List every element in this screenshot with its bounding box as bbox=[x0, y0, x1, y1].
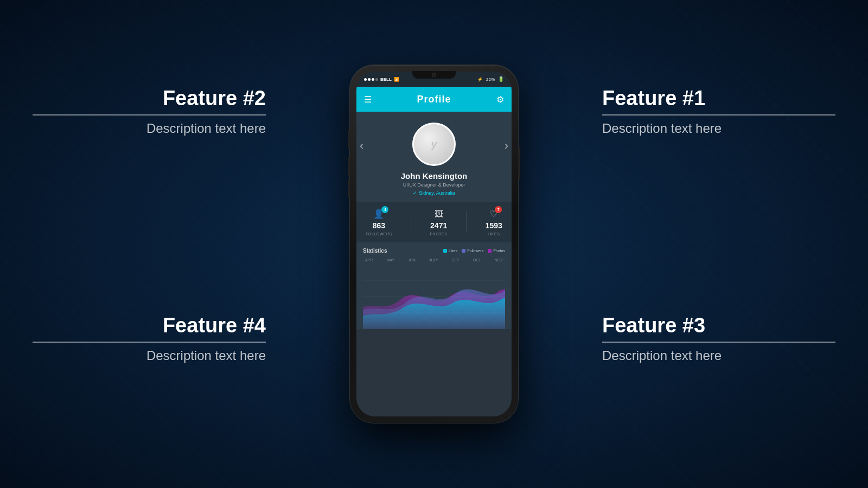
signal-dots bbox=[364, 78, 378, 81]
feature-2-description: Description text here bbox=[33, 121, 266, 136]
legend-photos-dot bbox=[488, 249, 492, 253]
feature-2-panel: Feature #2 Description text here bbox=[33, 87, 266, 136]
feature-1-title: Feature #1 bbox=[602, 87, 835, 110]
months-row: APR MAY JUN JULY SEP OCT NOV bbox=[363, 258, 505, 262]
user-job-title: UI/UX Designer & Developer bbox=[403, 182, 465, 188]
statistics-title: Statistics bbox=[363, 248, 387, 254]
signal-dot-4 bbox=[375, 78, 378, 81]
signal-dot-1 bbox=[364, 78, 367, 81]
likes-icon: ♡ 7 bbox=[490, 209, 497, 219]
stat-divider-2 bbox=[466, 211, 467, 233]
legend-likes-label: Likes bbox=[449, 249, 457, 253]
nav-title: Profile bbox=[417, 94, 451, 105]
feature-2-divider bbox=[33, 114, 266, 115]
bluetooth-icon: ⚡ bbox=[477, 77, 483, 82]
legend-followers-label: Followers bbox=[467, 249, 483, 253]
statistics-legend: Likes Followers Photos bbox=[443, 249, 505, 253]
profile-content: ‹ › y John Kensington UI/UX Designer & D… bbox=[356, 112, 512, 329]
phone-camera bbox=[432, 73, 436, 77]
feature-1-panel: Feature #1 Description text here bbox=[602, 87, 835, 136]
feature-4-title: Feature #4 bbox=[33, 314, 266, 337]
followers-stat[interactable]: 👤 4 863 FOLLOWERS bbox=[366, 209, 392, 236]
feature-3-title: Feature #3 bbox=[602, 314, 835, 337]
month-apr: APR bbox=[365, 258, 373, 262]
photos-stat[interactable]: 🖼 2471 PHOTOS bbox=[430, 209, 447, 236]
feature-1-description: Description text here bbox=[602, 121, 835, 136]
stat-divider-1 bbox=[411, 211, 411, 233]
likes-label: LIKES bbox=[488, 232, 500, 236]
legend-followers: Followers bbox=[462, 249, 483, 253]
wifi-icon: 📶 bbox=[394, 77, 399, 82]
carousel-right-arrow[interactable]: › bbox=[505, 139, 508, 153]
likes-stat[interactable]: ♡ 7 1593 LIKES bbox=[486, 209, 502, 236]
status-right: ⚡ 22% 🔋 bbox=[477, 76, 504, 82]
signal-dot-3 bbox=[372, 78, 374, 81]
user-name: John Kensington bbox=[401, 171, 468, 181]
feature-4-description: Description text here bbox=[33, 348, 266, 363]
month-may: MAY bbox=[387, 258, 395, 262]
nav-bar: ☰ Profile ⚙ bbox=[356, 87, 512, 112]
legend-photos-label: Photos bbox=[493, 249, 505, 253]
photos-icon: 🖼 bbox=[435, 209, 443, 219]
phone-body: BELL 📶 ⚡ 22% 🔋 ☰ Profile ⚙ ‹ › bbox=[350, 65, 518, 423]
feature-4-divider bbox=[33, 342, 266, 343]
followers-label: FOLLOWERS bbox=[366, 232, 392, 236]
followers-icon: 👤 4 bbox=[373, 209, 384, 219]
statistics-chart-svg bbox=[363, 264, 505, 329]
image-icon: 🖼 bbox=[435, 209, 443, 219]
statistics-section: Statistics Likes Followers bbox=[356, 242, 512, 329]
month-nov: NOV bbox=[495, 258, 503, 262]
month-oct: OCT bbox=[473, 258, 481, 262]
legend-likes-dot bbox=[443, 249, 447, 253]
feature-2-title: Feature #2 bbox=[33, 87, 266, 110]
location-text: Sidney, Australia bbox=[419, 190, 455, 196]
followers-badge: 4 bbox=[381, 206, 388, 213]
avatar: y bbox=[412, 123, 456, 166]
phone-screen: BELL 📶 ⚡ 22% 🔋 ☰ Profile ⚙ ‹ › bbox=[356, 72, 512, 416]
wave-chart bbox=[363, 264, 505, 329]
month-sep: SEP bbox=[452, 258, 459, 262]
photos-count: 2471 bbox=[430, 221, 447, 230]
settings-icon[interactable]: ⚙ bbox=[496, 94, 504, 105]
month-july: JULY bbox=[429, 258, 438, 262]
followers-count: 863 bbox=[373, 221, 385, 230]
photos-label: PHOTOS bbox=[430, 232, 447, 236]
feature-3-description: Description text here bbox=[602, 348, 835, 363]
legend-followers-dot bbox=[462, 249, 465, 253]
avatar-watermark: y bbox=[431, 138, 437, 151]
legend-likes: Likes bbox=[443, 249, 457, 253]
status-left: BELL 📶 bbox=[364, 77, 399, 82]
statistics-header: Statistics Likes Followers bbox=[363, 248, 505, 254]
feature-3-divider bbox=[602, 342, 835, 343]
user-location: ✓ Sidney, Australia bbox=[413, 190, 455, 196]
hamburger-menu-icon[interactable]: ☰ bbox=[364, 94, 372, 105]
carrier-label: BELL bbox=[380, 77, 392, 82]
legend-photos: Photos bbox=[488, 249, 505, 253]
likes-count: 1593 bbox=[486, 221, 502, 230]
carousel-left-arrow[interactable]: ‹ bbox=[360, 139, 363, 153]
likes-badge: 7 bbox=[495, 206, 502, 213]
signal-dot-2 bbox=[368, 78, 371, 81]
stats-strip: 👤 4 863 FOLLOWERS 🖼 2471 PHOTOS bbox=[356, 202, 512, 242]
battery-icon: 🔋 bbox=[498, 76, 504, 82]
feature-1-divider bbox=[602, 114, 835, 115]
feature-4-panel: Feature #4 Description text here bbox=[33, 314, 266, 363]
phone-mockup: BELL 📶 ⚡ 22% 🔋 ☰ Profile ⚙ ‹ › bbox=[350, 65, 518, 423]
battery-level: 22% bbox=[486, 77, 495, 82]
location-check-icon: ✓ bbox=[413, 190, 417, 196]
feature-3-panel: Feature #3 Description text here bbox=[602, 314, 835, 363]
month-jun: JUN bbox=[408, 258, 416, 262]
